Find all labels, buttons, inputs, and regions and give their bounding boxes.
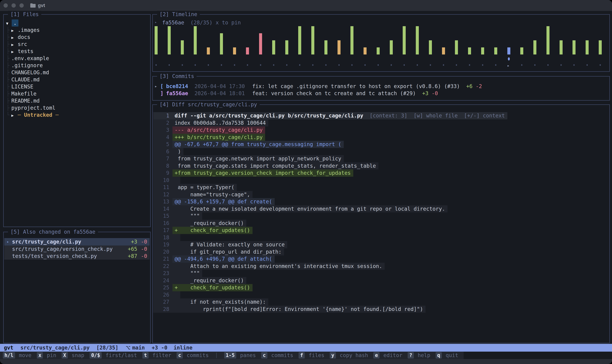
diff-line[interactable]: 28 rprint(f"[bold red]Error: Environment…	[153, 306, 609, 313]
timeline-bar[interactable]	[455, 40, 458, 54]
also-changed-row[interactable]: tests/test_version_check.py+87-0	[4, 253, 150, 260]
diff-line[interactable]: 14 Create a new isolated development env…	[153, 205, 609, 213]
diff-line[interactable]: 20 if git_repo_url and dir_path:	[153, 248, 609, 256]
diff-line[interactable]: 6 )	[153, 148, 609, 155]
diff-line[interactable]: 19 # Validate: exactly one source	[153, 241, 609, 248]
diff-line[interactable]: 7 from trusty_cage.network import apply_…	[153, 155, 609, 162]
file-tree-file-README.md[interactable]: ├README.md	[4, 97, 150, 104]
diff-line[interactable]: 22 Attach to an existing environment's i…	[153, 263, 609, 270]
timeline-tick-dot	[299, 64, 300, 66]
timeline-bar-selected[interactable]	[507, 47, 510, 54]
file-tree-file-CLAUDE.md[interactable]: ├CLAUDE.md	[4, 76, 150, 83]
file-tree-untracked-section[interactable]: └▶─ Untracked ─	[4, 111, 150, 118]
timeline-bar[interactable]	[416, 26, 419, 54]
diff-line[interactable]: 1diff --git a/src/trusty_cage/cli.py b/s…	[153, 112, 609, 119]
diff-line[interactable]: 3--- a/src/trusty_cage/cli.py	[153, 127, 609, 134]
diff-line[interactable]: 2index 0b00da8..7da7538 100644	[153, 119, 609, 127]
timeline-bar[interactable]	[572, 40, 575, 54]
diff-line-number: 25	[153, 284, 172, 291]
timeline-bar[interactable]	[154, 26, 158, 54]
diff-line[interactable]: 21@@ -494,6 +496,7 @@ def attach(	[153, 255, 609, 263]
timeline-bar[interactable]	[259, 33, 262, 54]
diff-line[interactable]: 9+from trusty_cage.version_check import …	[153, 169, 609, 177]
diff-line[interactable]: 26	[153, 291, 609, 299]
diff-line[interactable]: 11 app = typer.Typer(	[153, 184, 609, 191]
diff-line[interactable]: 25+ check_for_updates()	[153, 284, 609, 291]
file-name: .gitignore	[11, 63, 43, 68]
timeline-bar[interactable]	[220, 33, 223, 54]
file-tree-file-Makefile[interactable]: ├Makefile	[4, 90, 150, 97]
diff-line[interactable]: 10	[153, 177, 609, 184]
diff-line[interactable]: 12 name="trusty-cage",	[153, 191, 609, 198]
file-tree-dir-.images[interactable]: ├▶.images	[4, 26, 150, 34]
diff-line-text	[172, 291, 180, 299]
timeline-bar[interactable]	[246, 47, 249, 54]
timeline-bar[interactable]	[363, 47, 367, 54]
timeline-bar[interactable]	[442, 47, 445, 54]
diff-line[interactable]: 15 """	[153, 212, 609, 220]
timeline-bar[interactable]	[324, 40, 327, 54]
file-tree-dir-docs[interactable]: ├▶docs	[4, 34, 150, 41]
timeline-bar[interactable]	[298, 26, 301, 54]
timeline-bar[interactable]	[168, 26, 171, 54]
file-tree-file-CHANGELOG.md[interactable]: ├CHANGELOG.md	[4, 69, 150, 76]
diff-line[interactable]: 8 from trusty_cage.stats import compute_…	[153, 162, 609, 170]
timeline-tick-dot	[534, 64, 535, 66]
diff-line[interactable]: 24 _require_docker()	[153, 277, 609, 284]
timeline-bar[interactable]	[207, 47, 210, 54]
timeline-bar[interactable]	[285, 40, 288, 54]
commit-row[interactable]: ▸[bce82142026-04-04 17:30fix: let cage .…	[153, 83, 609, 90]
help-label: commits	[271, 352, 293, 358]
file-additions: +3	[127, 238, 137, 245]
timeline-bar[interactable]	[390, 40, 393, 54]
file-tree-file-pyproject.toml[interactable]: ├pyproject.toml	[4, 104, 150, 111]
timeline-bar[interactable]	[181, 40, 184, 54]
diff-line[interactable]: 27 if not env_exists(name):	[153, 298, 609, 306]
diff-line[interactable]: 17+ check_for_updates()	[153, 227, 609, 234]
diff-line[interactable]: 13@@ -158,6 +159,7 @@ def create(	[153, 198, 609, 205]
diff-line[interactable]: 16 _require_docker()	[153, 220, 609, 227]
chevron-right-icon: ▶	[11, 48, 18, 55]
also-changed-row[interactable]: src/trusty_cage/version_check.py+65-0	[4, 246, 150, 253]
timeline-bar[interactable]	[533, 40, 536, 54]
timeline-bar[interactable]	[350, 26, 353, 54]
timeline-bar[interactable]	[599, 40, 602, 54]
timeline-bar[interactable]	[481, 47, 484, 54]
timeline-bar[interactable]	[546, 26, 549, 54]
diff-line[interactable]: 18	[153, 234, 609, 241]
diff-view: 1diff --git a/src/trusty_cage/cli.py b/s…	[153, 105, 609, 342]
close-window-button[interactable]	[3, 3, 8, 8]
file-tree-root-item[interactable]: ▼.	[4, 19, 150, 26]
timeline-bar[interactable]	[520, 47, 523, 54]
timeline-bar[interactable]	[337, 40, 341, 54]
also-changed-row[interactable]: ▸src/trusty_cage/cli.py+3-0	[4, 238, 150, 246]
diff-line[interactable]: 5@@ -67,6 +67,7 @@ from trusty_cage.mess…	[153, 141, 609, 148]
file-tree-file-.gitignore[interactable]: ├.gitignore	[4, 62, 150, 69]
file-tree-dir-tests[interactable]: ├▶tests	[4, 48, 150, 55]
timeline-bar[interactable]	[494, 47, 497, 54]
timeline-bar[interactable]	[468, 47, 471, 54]
tree-guide-icon: ├	[6, 55, 10, 62]
file-tree-dir-src[interactable]: ├▶src	[4, 41, 150, 48]
timeline-bar[interactable]	[429, 40, 432, 54]
diff-line-number: 14	[153, 205, 172, 213]
timeline-bar[interactable]	[586, 40, 589, 54]
diff-line[interactable]: 23 """	[153, 270, 609, 277]
timeline-bar[interactable]	[233, 47, 236, 54]
help-key: q	[436, 352, 442, 359]
help-key: y	[330, 352, 336, 359]
timeline-bar[interactable]	[311, 26, 314, 54]
timeline-bar[interactable]	[194, 26, 197, 54]
timeline-bar[interactable]	[377, 47, 380, 54]
diff-line[interactable]: 4+++ b/src/trusty_cage/cli.py	[153, 134, 609, 141]
minimize-window-button[interactable]	[12, 3, 16, 8]
timeline-bar[interactable]	[560, 40, 563, 54]
diff-line-number: 8	[153, 162, 172, 170]
file-tree-file-.env.example[interactable]: ├.env.example	[4, 55, 150, 62]
file-tree-file-LICENSE[interactable]: ├LICENSE	[4, 83, 150, 90]
timeline-bar[interactable]	[272, 40, 275, 54]
commit-row[interactable]: ]fa556ae2026-04-04 18:01feat: version ch…	[153, 90, 609, 97]
zoom-window-button[interactable]	[19, 3, 24, 8]
file-name: LICENSE	[11, 84, 33, 90]
timeline-bar[interactable]	[403, 26, 406, 54]
